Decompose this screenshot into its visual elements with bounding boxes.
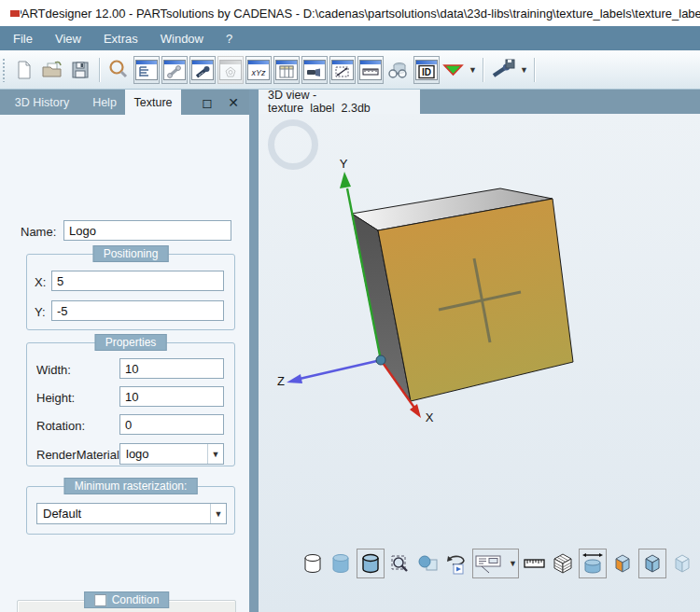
glasses-cylinder-icon: [385, 58, 412, 82]
xyz-icon-label: xYz: [250, 68, 266, 77]
name-input[interactable]: [63, 220, 231, 241]
tab-help[interactable]: Help: [84, 90, 125, 115]
mesh-grid-button[interactable]: [551, 549, 575, 578]
y-input[interactable]: [51, 300, 224, 321]
sketch-icon: [219, 60, 242, 80]
width-input[interactable]: [119, 358, 224, 379]
condition-label: Condition: [112, 592, 160, 607]
xyz-icon: xYz: [247, 60, 270, 80]
green-triangle-icon: [441, 62, 466, 78]
insert-marker-dropdown[interactable]: ▼: [441, 56, 477, 84]
measure-ruler-icon: [523, 551, 547, 576]
3d-scene: Y Z X: [259, 114, 700, 612]
dropdown-caret-icon: ▼: [469, 65, 477, 75]
cube-transparent-icon: [671, 551, 693, 576]
menu-file[interactable]: File: [2, 28, 44, 49]
open-folder-icon: [40, 59, 64, 81]
axis-y-label: Y: [340, 157, 348, 171]
id-button[interactable]: ID: [413, 56, 440, 84]
min-rasterization-group: Minimum rasterization: Default ▼: [26, 486, 235, 535]
rotation-input[interactable]: [119, 414, 224, 435]
ruler-frame-button[interactable]: [357, 56, 384, 84]
chevron-down-icon: ▼: [509, 559, 517, 568]
positioning-group: Positioning X: Y:: [26, 254, 235, 330]
cube-solid-button[interactable]: [638, 549, 666, 578]
magnifier-icon: [106, 58, 131, 82]
cylinder-shaded-edges-button[interactable]: [357, 549, 385, 578]
properties-group-title: Properties: [95, 334, 167, 351]
screw-icon: [191, 60, 214, 80]
flashlight-button[interactable]: [301, 56, 328, 84]
cylinder-wireframe-button[interactable]: [301, 549, 325, 578]
3d-view-tabbar: 3D view - texture_label_2.3db: [259, 90, 700, 114]
condition-group-title: Condition: [84, 591, 170, 608]
history-window-button[interactable]: [133, 56, 160, 84]
close-icon[interactable]: ✕: [221, 90, 245, 115]
zoom-fit-button[interactable]: [388, 549, 413, 578]
wrench-tool-button[interactable]: [161, 56, 188, 84]
3d-viewport[interactable]: Y Z X: [259, 114, 700, 612]
measure-ruler-button[interactable]: [523, 549, 547, 578]
title-bar: PARTdesigner 12.00 - PARTsolutions by CA…: [0, 0, 700, 26]
menu-extras[interactable]: Extras: [92, 28, 149, 49]
rotate-animation-button[interactable]: [444, 549, 469, 578]
x-input[interactable]: [51, 271, 224, 291]
texture-panel: 3D History Help Texture ◻ ✕ Name: Positi…: [0, 90, 249, 612]
axis-x-label: X: [426, 410, 434, 424]
view-toolbar: ▼: [301, 549, 694, 578]
cube-transparent-button[interactable]: [670, 549, 694, 578]
render-material-dropdown[interactable]: logo ▼: [119, 443, 224, 465]
panel-splitter[interactable]: [249, 90, 259, 612]
open-file-button[interactable]: [39, 56, 65, 84]
chevron-down-icon: ▼: [210, 504, 226, 523]
height-label: Height:: [36, 391, 75, 405]
maximize-icon[interactable]: ◻: [195, 90, 219, 115]
axis-z-label: Z: [277, 374, 285, 388]
menu-window[interactable]: Window: [149, 28, 215, 49]
cylinder-shaded-button[interactable]: [329, 549, 353, 578]
table-icon: [275, 60, 298, 80]
cube-texture-face-button[interactable]: [610, 549, 635, 578]
variables-xyz-button[interactable]: xYz: [245, 56, 272, 84]
menu-help[interactable]: ?: [215, 28, 244, 49]
tab-texture[interactable]: Texture: [125, 90, 181, 115]
value-table-button[interactable]: [273, 56, 300, 84]
save-button[interactable]: [67, 56, 93, 84]
render-material-value: logo: [126, 447, 149, 461]
tab-3d-history[interactable]: 3D History: [0, 90, 84, 115]
view-display-options-dropdown[interactable]: ▼: [472, 549, 519, 578]
min-rasterization-dropdown[interactable]: Default ▼: [36, 503, 227, 524]
dimension-frame-button[interactable]: [329, 56, 356, 84]
preview-glasses-button[interactable]: [385, 56, 412, 84]
properties-group: Properties Width: Height: Rotation: Rend…: [26, 342, 235, 466]
menu-bar: File View Extras Window ?: [0, 26, 700, 50]
x-label: X:: [35, 275, 46, 289]
zoom-button[interactable]: [105, 56, 132, 84]
cylinder-dimensions-button[interactable]: [579, 549, 607, 578]
height-input[interactable]: [119, 386, 224, 407]
cylinder-wireframe-icon: [301, 551, 324, 576]
condition-checkbox[interactable]: [94, 594, 106, 606]
screw-save-icon: [489, 58, 517, 82]
y-label: Y:: [35, 305, 46, 319]
toolbar-separator: [534, 58, 535, 82]
save-part-dropdown[interactable]: ▼: [489, 56, 528, 84]
ruler-icon: [359, 60, 382, 80]
rotation-label: Rotation:: [36, 419, 85, 433]
cylinder-shaded-edges-icon: [359, 551, 382, 576]
cylinder-shaded-icon: [329, 551, 352, 576]
transparency-button[interactable]: [416, 549, 441, 578]
cube-solid-icon: [641, 551, 664, 576]
menu-view[interactable]: View: [44, 28, 92, 49]
3d-view-panel: 3D view - texture_label_2.3db: [259, 90, 700, 612]
screw-button[interactable]: [189, 56, 216, 84]
new-file-button[interactable]: [11, 56, 37, 84]
new-file-icon: [13, 59, 35, 81]
toolbar-grip[interactable]: [2, 58, 7, 82]
flashlight-icon: [303, 60, 326, 80]
main-toolbar: xYz: [0, 50, 700, 90]
origin-ball: [376, 355, 385, 365]
condition-group: Condition: [17, 600, 236, 612]
tab-3d-view[interactable]: 3D view - texture_label_2.3db: [259, 90, 420, 114]
name-label: Name:: [21, 225, 56, 239]
